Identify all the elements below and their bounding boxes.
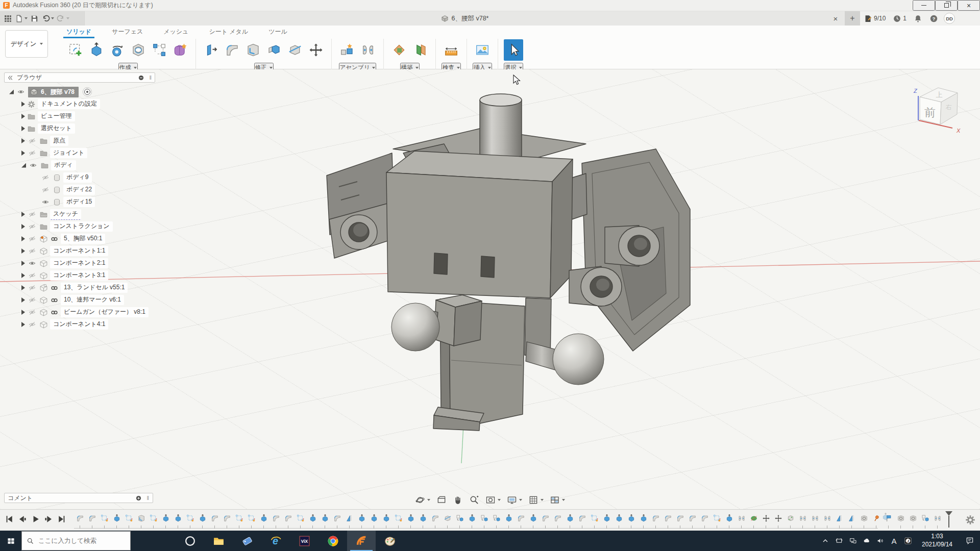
timeline-play-button[interactable] — [30, 513, 41, 525]
tree-item[interactable]: コンポーネント2:1 — [4, 257, 155, 269]
timeline-feature-move[interactable] — [772, 511, 785, 525]
timeline-feature-fillet[interactable] — [270, 511, 282, 525]
tree-item[interactable]: 選択セット — [4, 122, 155, 135]
nav-look-at-button[interactable] — [435, 495, 448, 505]
timeline-feature-joint[interactable] — [809, 511, 821, 525]
timeline-feature-sketch[interactable] — [233, 511, 246, 525]
expand-arrow-icon[interactable] — [21, 151, 25, 156]
tool-split-body-button[interactable] — [285, 39, 305, 61]
timeline-feature-combine[interactable] — [858, 511, 870, 525]
timeline-feature-extrude[interactable] — [258, 511, 270, 525]
taskbar-app-chrome[interactable] — [318, 531, 347, 551]
timeline-feature-sketch[interactable] — [99, 511, 111, 525]
tree-item[interactable]: ジョイント — [4, 147, 155, 159]
timeline-feature-extrude[interactable] — [172, 511, 184, 525]
timeline-feature-component[interactable] — [919, 511, 932, 525]
timeline-feature-fillet[interactable] — [687, 511, 699, 525]
timeline-feature-sketch[interactable] — [393, 511, 405, 525]
qat-redo-button[interactable] — [56, 12, 70, 24]
tool-fillet-button[interactable] — [223, 39, 242, 61]
timeline-feature-fillet[interactable] — [221, 511, 233, 525]
visibility-toggle[interactable] — [40, 198, 51, 206]
timeline-feature-joint[interactable] — [821, 511, 834, 525]
timeline-feature-sketch[interactable] — [123, 511, 135, 525]
taskbar-app-fusion360[interactable] — [347, 531, 376, 551]
tray-hidden-icons[interactable] — [818, 531, 832, 551]
tool-combine-button[interactable] — [264, 39, 284, 61]
profile-avatar[interactable]: DD — [944, 13, 955, 24]
timeline-feature-fillet[interactable] — [86, 511, 99, 525]
tree-item[interactable]: 13、ランドセル v55:1 — [4, 282, 155, 294]
close-button[interactable]: × — [958, 0, 980, 11]
tool-form-button[interactable] — [170, 39, 190, 61]
tray-ime-tool[interactable]: J — [901, 531, 915, 551]
tree-item[interactable]: ビュー管理 — [4, 110, 155, 122]
expand-arrow-icon[interactable] — [21, 322, 25, 327]
tool-create-sketch-button[interactable] — [66, 39, 85, 61]
document-tab-close-button[interactable]: × — [829, 11, 842, 26]
expand-arrow-icon[interactable] — [21, 138, 25, 143]
expand-arrow-icon[interactable] — [21, 236, 25, 241]
new-tab-button[interactable]: + — [845, 11, 860, 26]
timeline-feature-component[interactable] — [491, 511, 503, 525]
timeline-playhead[interactable] — [945, 511, 952, 528]
selected-node[interactable]: 6、腰部 v78 — [28, 87, 79, 97]
visibility-toggle[interactable] — [27, 235, 37, 242]
tool-select-button[interactable] — [504, 39, 523, 61]
tray-ime-mode[interactable]: A — [887, 531, 901, 551]
tool-construction-plane-button[interactable] — [389, 39, 409, 61]
visibility-toggle[interactable] — [27, 296, 37, 304]
timeline-feature-mirror[interactable] — [846, 511, 858, 525]
tool-offset-plane-button[interactable] — [410, 39, 430, 61]
visibility-toggle[interactable] — [27, 321, 37, 328]
ribbon-tab-サーフェス[interactable]: サーフェス — [111, 27, 144, 37]
expand-arrow-icon[interactable] — [21, 212, 25, 217]
minimize-button[interactable] — [913, 0, 935, 11]
timeline-feature-shell[interactable] — [135, 511, 148, 525]
browser-header[interactable]: ブラウザ ‖ — [4, 72, 155, 83]
timeline-feature-extrude[interactable] — [380, 511, 393, 525]
timeline-feature-joint[interactable] — [797, 511, 809, 525]
timeline-feature-extrude[interactable] — [723, 511, 736, 525]
comment-box[interactable]: コメント ‖ — [4, 493, 153, 503]
timeline-feature-fillet[interactable] — [576, 511, 589, 525]
timeline-feature-joint[interactable] — [736, 511, 748, 525]
timeline-feature-split[interactable] — [442, 511, 454, 525]
tray-cast-display[interactable] — [832, 531, 846, 551]
timeline-feature-fillet[interactable] — [662, 511, 674, 525]
visibility-toggle[interactable] — [27, 247, 37, 255]
nav-viewports-button[interactable] — [548, 495, 567, 505]
timeline-feature-sketch[interactable] — [184, 511, 197, 525]
tree-item[interactable]: コンポーネント4:1 — [4, 318, 155, 331]
timeline-feature-combine[interactable] — [895, 511, 907, 525]
visibility-toggle[interactable] — [27, 309, 37, 316]
timeline-feature-revolve[interactable] — [748, 511, 760, 525]
tray-network[interactable] — [846, 531, 860, 551]
extensions-button[interactable]: 9/10 — [860, 11, 889, 26]
timeline-feature-joint[interactable] — [932, 511, 944, 525]
tree-item[interactable]: 原点 — [4, 135, 155, 147]
timeline-feature-component[interactable] — [454, 511, 466, 525]
tool-move-button[interactable] — [306, 39, 326, 61]
timeline-feature-fillet[interactable] — [540, 511, 552, 525]
timeline-feature-sketch[interactable] — [246, 511, 258, 525]
tool-joint-button[interactable] — [358, 39, 378, 61]
visibility-toggle[interactable] — [27, 272, 37, 279]
timeline-feature-fillet[interactable] — [282, 511, 295, 525]
comment-grip[interactable]: ‖ — [146, 495, 150, 501]
document-tab[interactable]: 6、腰部 v78* — [441, 14, 489, 23]
timeline-go-to-start-button[interactable] — [3, 513, 15, 525]
timeline-feature-extrude[interactable] — [503, 511, 515, 525]
expand-arrow-icon[interactable] — [21, 285, 25, 290]
timeline-feature-extrude[interactable] — [466, 511, 478, 525]
nav-zoom-button[interactable] — [468, 495, 481, 505]
timeline-step-forward-button[interactable] — [43, 513, 55, 525]
expand-arrow-icon[interactable] — [21, 126, 25, 131]
timeline-feature-boundary[interactable] — [785, 511, 797, 525]
tool-extrude-button[interactable] — [87, 39, 106, 61]
tool-insert-image-button[interactable] — [473, 39, 492, 61]
tree-item[interactable]: ボディ15 — [4, 196, 155, 208]
expand-arrow-icon[interactable] — [21, 102, 25, 107]
timeline-feature-fillet[interactable] — [331, 511, 344, 525]
ribbon-tab-ソリッド[interactable]: ソリッド — [65, 27, 92, 37]
